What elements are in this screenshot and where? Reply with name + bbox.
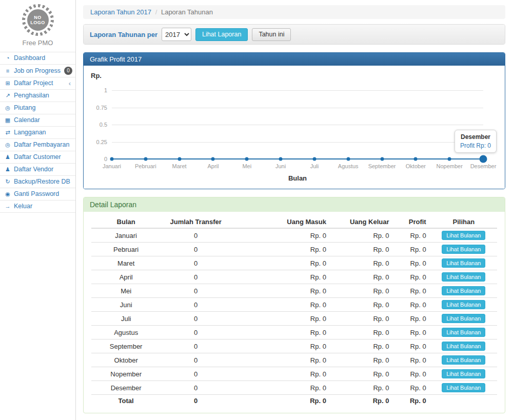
cell-uang-keluar: Rp. 0: [330, 270, 393, 284]
dashboard-icon: ◔: [4, 54, 12, 62]
cell-profit: Rp. 0: [393, 298, 430, 312]
data-point-desember[interactable]: [480, 155, 487, 163]
cell-uang-masuk: Rp. 0: [231, 367, 330, 381]
cell-uang-keluar: Rp. 0: [330, 284, 393, 298]
cell-profit: Rp. 0: [393, 381, 430, 395]
table-row-september: September 0 Rp. 0 Rp. 0 Rp. 0 Lihat Bula…: [91, 339, 497, 353]
line-chart-icon: ↗: [4, 92, 12, 99]
cell-uang-keluar: Rp. 0: [330, 298, 393, 312]
data-point-juli[interactable]: [312, 157, 316, 161]
sidebar-item-langganan[interactable]: ⇄ Langganan: [0, 127, 75, 139]
data-point-april[interactable]: [211, 157, 215, 161]
table-header-row: Bulan Jumlah Transfer Uang Masuk Uang Ke…: [91, 216, 497, 228]
view-monthly-button-september[interactable]: Lihat Bulanan: [442, 342, 485, 351]
filter-label: Laporan Tahunan per: [90, 31, 157, 38]
sidebar-item-label: Backup/Restore DB: [14, 178, 72, 186]
sidebar-item-calendar[interactable]: ▦ Calendar: [0, 114, 75, 127]
table-row-oktober: Oktober 0 Rp. 0 Rp. 0 Rp. 0 Lihat Bulana…: [91, 353, 497, 367]
profit-line: [112, 158, 483, 159]
view-monthly-button-juni[interactable]: Lihat Bulanan: [442, 300, 485, 309]
data-point-mei[interactable]: [245, 157, 249, 161]
view-monthly-button-oktober[interactable]: Lihat Bulanan: [442, 355, 485, 365]
data-point-nopember[interactable]: [448, 157, 451, 161]
cell-jumlah-transfer: 0: [161, 270, 231, 284]
view-report-button[interactable]: Lihat Laporan: [195, 28, 248, 41]
chart-tooltip: Desember Profit Rp: 0: [455, 130, 497, 153]
sidebar-item-label: Job on Progress: [14, 67, 64, 75]
breadcrumb-link-laporan-tahun[interactable]: Laporan Tahun 2017: [90, 8, 151, 16]
cell-uang-keluar: Rp. 0: [330, 339, 393, 353]
cell-profit: Rp. 0: [393, 243, 430, 256]
chevron-left-icon: ‹: [69, 79, 72, 87]
cell-uang-masuk: Rp. 0: [231, 228, 330, 243]
cell-bulan: September: [91, 339, 161, 353]
table-row-juni: Juni 0 Rp. 0 Rp. 0 Rp. 0 Lihat Bulanan: [91, 298, 497, 312]
data-point-januari[interactable]: [110, 157, 114, 161]
chart-title: Grafik Profit 2017: [84, 53, 505, 66]
view-monthly-button-april[interactable]: Lihat Bulanan: [442, 272, 485, 282]
y-tick-label: 0.25: [96, 139, 107, 145]
data-point-september[interactable]: [380, 157, 384, 161]
sidebar-item-label: Daftar Pembayaran: [14, 141, 72, 149]
column-header-profit: Profit: [393, 216, 430, 228]
view-monthly-button-mei[interactable]: Lihat Bulanan: [442, 286, 485, 295]
table-row-maret: Maret 0 Rp. 0 Rp. 0 Rp. 0 Lihat Bulanan: [91, 256, 497, 270]
users-icon: ♟: [4, 153, 12, 161]
sidebar-item-keluar[interactable]: → Keluar: [0, 201, 75, 213]
sidebar-item-daftar-pembayaran[interactable]: ◎ Daftar Pembayaran: [0, 139, 75, 151]
gridline: [112, 108, 483, 108]
sidebar-item-label: Dashboard: [14, 54, 72, 62]
sidebar-item-piutang[interactable]: ◎ Piutang: [0, 102, 75, 114]
sidebar-item-penghasilan[interactable]: ↗ Penghasilan: [0, 90, 75, 102]
sidebar-item-label: Daftar Vendor: [14, 166, 72, 173]
sidebar-item-daftar-project[interactable]: ⊞ Daftar Project ‹: [0, 77, 75, 90]
view-monthly-button-januari[interactable]: Lihat Bulanan: [442, 231, 485, 240]
gridline: [112, 142, 483, 143]
cell-uang-keluar: Rp. 0: [330, 367, 393, 381]
x-tick-label: Juli: [310, 163, 319, 169]
sidebar-item-dashboard[interactable]: ◔ Dashboard: [0, 52, 75, 65]
users-icon: ♟: [4, 166, 12, 173]
filter-panel: Laporan Tahunan per 2017 Lihat Laporan T…: [83, 24, 505, 45]
cell-uang-keluar: Rp. 0: [330, 256, 393, 270]
logo-text-line2: LOGO: [30, 20, 45, 25]
sign-out-icon: →: [4, 203, 12, 210]
sidebar-item-ganti-password[interactable]: ◉ Ganti Password: [0, 188, 75, 201]
y-tick-label: 0.5: [100, 122, 107, 128]
table-row-juli: Juli 0 Rp. 0 Rp. 0 Rp. 0 Lihat Bulanan: [91, 312, 497, 326]
data-point-oktober[interactable]: [414, 157, 418, 161]
view-monthly-button-pebruari[interactable]: Lihat Bulanan: [442, 245, 485, 254]
year-select[interactable]: 2017: [162, 28, 191, 41]
sidebar-item-job-on-progress[interactable]: ≡ Job on Progress 0: [0, 65, 75, 77]
tasks-icon: ≡: [4, 67, 12, 75]
detail-report-table: Bulan Jumlah Transfer Uang Masuk Uang Ke…: [91, 216, 497, 407]
cell-bulan: Mei: [91, 284, 161, 298]
this-year-button[interactable]: Tahun ini: [252, 28, 291, 41]
cell-uang-masuk: Rp. 0: [231, 326, 330, 339]
view-monthly-button-maret[interactable]: Lihat Bulanan: [442, 258, 485, 268]
money-icon: ◎: [4, 104, 12, 112]
cell-bulan: Maret: [91, 256, 161, 270]
view-monthly-button-desember[interactable]: Lihat Bulanan: [442, 383, 485, 392]
cell-profit: Rp. 0: [393, 353, 430, 367]
sidebar-item-daftar-customer[interactable]: ♟ Daftar Customer: [0, 151, 75, 164]
logo-text-line1: NO: [34, 15, 42, 20]
cell-bulan: Desember: [91, 381, 161, 395]
profit-chart-plot: Desember Profit Rp: 0 Bulan 00.250.50.75…: [112, 90, 483, 159]
view-monthly-button-nopember[interactable]: Lihat Bulanan: [442, 369, 485, 378]
sidebar-item-label: Langganan: [14, 129, 72, 136]
data-point-maret[interactable]: [177, 157, 181, 161]
cell-profit: Rp. 0: [393, 270, 430, 284]
cell-uang-keluar: Rp. 0: [330, 243, 393, 256]
data-point-pebruari[interactable]: [144, 157, 147, 161]
sidebar-item-backup-restore-db[interactable]: ↻ Backup/Restore DB: [0, 176, 75, 188]
data-point-agustus[interactable]: [346, 157, 350, 161]
brand-name: Free PMO: [0, 39, 75, 47]
data-point-juni[interactable]: [279, 157, 283, 161]
sidebar-item-label: Ganti Password: [14, 190, 72, 198]
view-monthly-button-agustus[interactable]: Lihat Bulanan: [442, 328, 485, 337]
cell-bulan: Juli: [91, 312, 161, 326]
view-monthly-button-juli[interactable]: Lihat Bulanan: [442, 314, 485, 323]
cell-uang-masuk: Rp. 0: [231, 298, 330, 312]
sidebar-item-daftar-vendor[interactable]: ♟ Daftar Vendor: [0, 164, 75, 176]
